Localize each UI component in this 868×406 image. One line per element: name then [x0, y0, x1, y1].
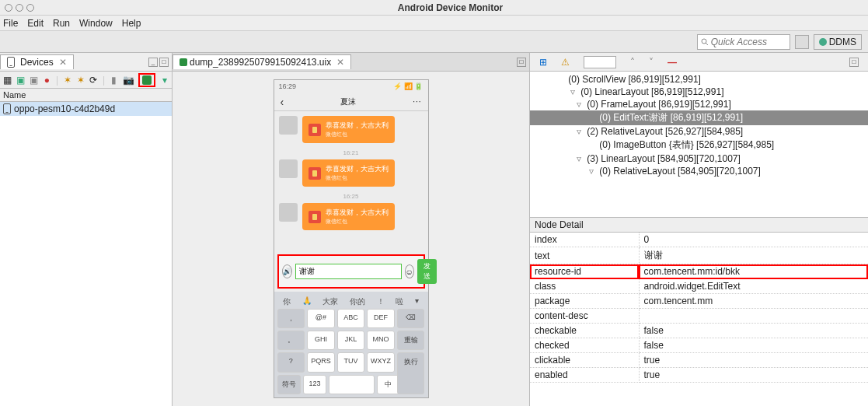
sugg[interactable]: 啦 [396, 296, 403, 307]
voice-icon[interactable]: 🔊 [282, 264, 292, 278]
dump-hierarchy-icon[interactable] [142, 75, 152, 85]
phone-status-icons: ⚡ 📶 🔋 [393, 82, 423, 90]
ui-tree[interactable]: (0) ScrollView [86,919][512,991]▿ (0) Li… [530, 72, 868, 217]
key[interactable]: GHI [307, 331, 335, 350]
key[interactable]: PQRS [307, 352, 335, 373]
tree-row[interactable]: ▿ (0) RelativeLayout [584,905][720,1007] [530, 165, 868, 177]
tb-icon-3[interactable]: ▣ [30, 75, 38, 86]
send-button[interactable]: 发送 [417, 259, 437, 284]
symbol-key[interactable]: 符号 [277, 375, 301, 394]
back-icon[interactable]: ‹ [281, 96, 284, 108]
key[interactable]: 123 [303, 375, 326, 394]
tree-toolbar: ⊞ ⚠ ˄ ˅ — □ [530, 53, 868, 72]
redpacket-bubble[interactable]: 恭喜发财，大吉大利微信红包 [302, 159, 395, 187]
keyboard-rows: ， @# ABC DEF ⌫ 。 GHI JKL MNO 重输 [277, 309, 425, 394]
tree-search-input[interactable] [584, 56, 616, 68]
tb-icon-6[interactable]: ✶ [76, 75, 85, 86]
node-detail-row[interactable]: index0 [530, 233, 868, 247]
node-detail-row[interactable]: text谢谢 [530, 247, 868, 264]
phone-icon [3, 103, 11, 114]
menu-help[interactable]: Help [122, 18, 141, 29]
key[interactable]: ABC [337, 309, 365, 328]
menu-edit[interactable]: Edit [27, 18, 44, 29]
panel-max-icon[interactable]: □ [159, 58, 169, 67]
camera-icon[interactable]: 📷 [123, 75, 134, 86]
tree-row[interactable]: ▿ (2) RelativeLayout [526,927][584,985] [530, 125, 868, 138]
tree-row[interactable]: ▿ (3) LinearLayout [584,905][720,1007] [530, 152, 868, 165]
menu-run[interactable]: Run [53, 18, 70, 29]
tb-icon-2[interactable]: ▣ [16, 75, 25, 86]
node-detail-row[interactable]: checkablefalse [530, 324, 868, 338]
key[interactable]: JKL [337, 331, 365, 350]
devices-tab[interactable]: Devices ✕ [0, 54, 74, 69]
tree-max-icon[interactable]: □ [849, 58, 859, 67]
down-icon[interactable]: ˅ [649, 57, 654, 68]
key[interactable]: @# [307, 309, 335, 328]
window-min-icon[interactable] [16, 4, 23, 12]
phone-screenshot: 16:29 ⚡ 📶 🔋 ‹ 夏沫 ··· 恭喜发财，大吉大利微信红包 [274, 79, 429, 398]
emoji-icon[interactable]: ☺ [405, 264, 414, 278]
editor-max-icon[interactable]: □ [517, 58, 526, 67]
sugg[interactable]: ！ [377, 296, 385, 307]
node-detail-row[interactable]: packagecom.tencent.mm [530, 294, 868, 309]
space-key[interactable] [329, 375, 375, 394]
key[interactable]: ? [277, 352, 305, 373]
tree-row[interactable]: (0) ScrollView [86,919][512,991] [530, 73, 868, 86]
sugg[interactable]: 你的 [350, 296, 365, 307]
window-close-icon[interactable] [5, 4, 12, 12]
redpacket-bubble[interactable]: 恭喜发财，大吉大利微信红包 [302, 116, 395, 143]
more-icon[interactable]: ··· [413, 97, 421, 106]
close-editor-tab-icon[interactable]: ✕ [336, 57, 344, 68]
backspace-key[interactable]: ⌫ [397, 309, 425, 328]
close-tab-icon[interactable]: ✕ [59, 57, 67, 68]
node-detail-row[interactable]: content-desc [530, 309, 868, 324]
enter-key[interactable]: 换行 [397, 352, 425, 394]
tree-row[interactable]: (0) ImageButton {表情} [526,927][584,985] [530, 138, 868, 152]
tb-icon-1[interactable]: ▦ [3, 75, 12, 86]
menu-file[interactable]: File [3, 18, 18, 29]
message-row: 恭喜发财，大吉大利微信红包 [279, 116, 424, 143]
panel-minmax: _ □ [148, 58, 169, 67]
panel-min-icon[interactable]: _ [148, 58, 158, 67]
node-detail-row[interactable]: enabledtrue [530, 368, 868, 383]
key[interactable]: MNO [367, 331, 395, 350]
key[interactable]: DEF [367, 309, 395, 328]
node-detail-row[interactable]: clickabletrue [530, 353, 868, 368]
expand-icon[interactable]: ⊞ [539, 57, 547, 68]
sugg[interactable]: 大家 [322, 296, 338, 307]
tb-icon-8[interactable]: ▮ [110, 75, 118, 86]
tree-row[interactable]: (0) EditText:谢谢 [86,919][512,991] [530, 110, 868, 125]
key[interactable]: ， [277, 309, 305, 328]
sugg[interactable]: ▾ [415, 296, 419, 307]
tree-row[interactable]: ▿ (0) LinearLayout [86,919][512,991] [530, 86, 868, 98]
screenshot-canvas[interactable]: 16:29 ⚡ 📶 🔋 ‹ 夏沫 ··· 恭喜发财，大吉大利微信红包 [173, 72, 529, 406]
window-max-icon[interactable] [26, 4, 34, 12]
warn-icon[interactable]: ⚠ [561, 57, 570, 68]
key[interactable]: 重输 [397, 331, 425, 350]
chat-input[interactable] [295, 264, 402, 279]
editor-tab-row: dump_2389925079915092413.uix ✕ □ [173, 53, 529, 72]
tb-icon-5[interactable]: ✶ [63, 75, 71, 86]
tb-icon-4[interactable]: ● [43, 75, 51, 86]
sugg[interactable]: 🙏 [302, 296, 312, 307]
remove-icon[interactable]: — [668, 57, 677, 68]
uix-tab[interactable]: dump_2389925079915092413.uix ✕ [173, 54, 351, 69]
key[interactable]: TUV [337, 352, 365, 373]
key[interactable]: 。 [277, 331, 305, 350]
main-area: Devices ✕ _ □ ▦ ▣ ▣ ● | ✶ ✶ ⟳ | ▮ 📷 ▾ Na [0, 53, 868, 406]
sugg[interactable]: 你 [283, 296, 291, 307]
node-detail-row[interactable]: classandroid.widget.EditText [530, 279, 868, 294]
node-detail-row[interactable]: checkedfalse [530, 338, 868, 353]
ddms-perspective-button[interactable]: DDMS [814, 34, 862, 50]
tree-row[interactable]: ▿ (0) FrameLayout [86,919][512,991] [530, 98, 868, 110]
device-row[interactable]: oppo-pesm10-c4d2b49d [0, 102, 172, 116]
menu-window[interactable]: Window [79, 18, 113, 29]
up-icon[interactable]: ˄ [630, 57, 635, 68]
toolbar-icon[interactable] [795, 35, 809, 49]
key[interactable]: WXYZ [367, 352, 395, 373]
tb-icon-last[interactable]: ▾ [160, 75, 169, 86]
quick-access-input[interactable]: Quick Access [697, 34, 790, 50]
tb-icon-7[interactable]: ⟳ [89, 75, 98, 86]
redpacket-bubble[interactable]: 恭喜发财，大吉大利微信红包 [302, 203, 395, 230]
node-detail-row[interactable]: resource-idcom.tencent.mm:id/bkk [530, 264, 868, 279]
